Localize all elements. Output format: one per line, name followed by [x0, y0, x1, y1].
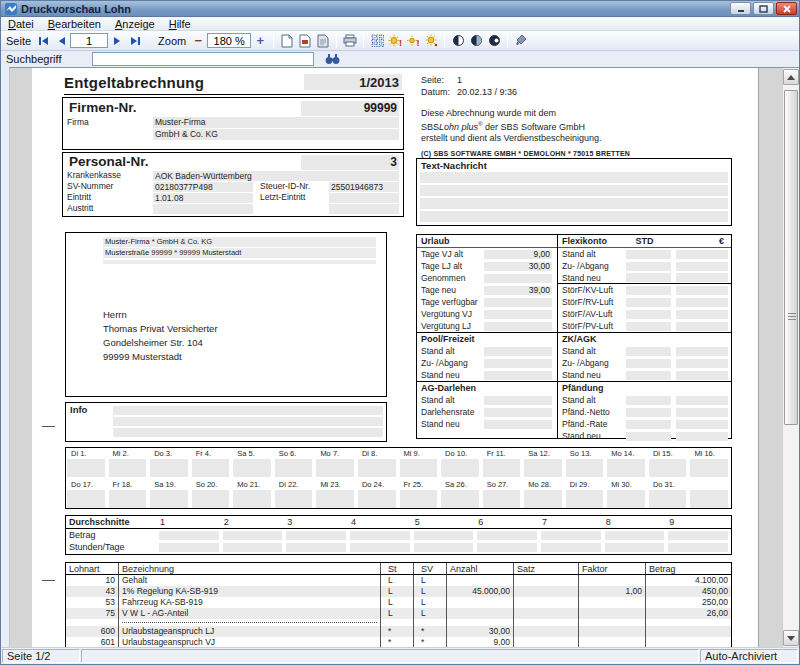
firm-name-2: GmbH & Co. KG — [153, 129, 399, 140]
minimize-button[interactable] — [730, 2, 751, 15]
sv-number-label: SV-Nummer — [67, 181, 153, 192]
brightness-down-icon — [424, 34, 438, 47]
last-page-button[interactable] — [126, 32, 144, 49]
calendar-day-cell: So 20. — [191, 479, 233, 510]
doc-period: 1/2013 — [304, 74, 402, 90]
color-fill-button[interactable] — [512, 32, 530, 49]
wage-table-header: Lohnart Bezeichnung St SV Anzahl Satz Fa… — [66, 563, 731, 575]
scroll-down-button[interactable] — [783, 630, 799, 646]
zoom-out-icon: − — [194, 34, 202, 47]
thumbnails-button[interactable] — [368, 32, 386, 49]
contrast-increase-button[interactable] — [449, 32, 467, 49]
previous-page-button[interactable] — [52, 32, 70, 49]
export-text-button[interactable] — [314, 32, 332, 49]
urlaub-row: Tage verfügbar — [417, 296, 557, 308]
vertical-scrollbar[interactable] — [782, 68, 799, 647]
zk-agk-row: Stand alt — [558, 345, 731, 357]
scroll-up-button[interactable] — [783, 69, 799, 85]
darlehen-title: AG-Darlehen — [421, 382, 553, 394]
brightness-reset-button[interactable]: ! — [404, 32, 422, 49]
calendar-day-cell — [689, 479, 731, 510]
wage-table-row: 600 Urlaubstageanspruch LJ * * 30,00 — [66, 626, 731, 637]
contrast-up-icon — [452, 34, 465, 47]
recipient-line: Gondelsheimer Str. 104 — [103, 336, 386, 350]
zoom-out-button[interactable]: − — [189, 32, 207, 49]
calendar-day-cell: Mi 9. — [399, 448, 441, 479]
search-input[interactable] — [92, 52, 314, 66]
flexikonto-row: StörF/PV-Luft — [558, 320, 731, 332]
pfaendung-row: Pfänd.-Rate — [558, 418, 731, 430]
averages-title: Durchschnitte — [66, 516, 158, 529]
urlaub-row: Tage neu39,00 — [417, 284, 557, 296]
maximize-icon — [759, 5, 768, 13]
flexikonto-row: StörF/AV-Luft — [558, 308, 731, 320]
calendar-day-cell: Mo 14. — [606, 448, 648, 479]
page-number-input[interactable] — [70, 33, 108, 48]
menu-item[interactable]: Anzeige — [108, 17, 162, 31]
recipient-address: HerrnThomas Privat VersicherterGondelshe… — [103, 308, 386, 364]
find-button[interactable] — [323, 52, 341, 67]
meta-page-label: Seite: — [421, 74, 457, 86]
flexikonto-row: StörF/KV-Luft — [558, 284, 731, 296]
pool-row: Stand neu — [417, 369, 557, 381]
personal-number-label: Personal-Nr. — [69, 154, 301, 169]
calendar-day-cell: Fr 25. — [399, 479, 441, 510]
menu-bar: Datei Bearbeiten Anzeige Hilfe — [1, 17, 799, 31]
menu-item[interactable]: Datei — [1, 17, 41, 31]
brightness-up-icon: ! — [388, 34, 402, 47]
svg-text:!: ! — [417, 38, 420, 47]
search-bar: Suchbegriff — [1, 51, 799, 67]
wage-table-row: 53 Fahrzeug KA-SB-919 L L 250,00 — [66, 597, 731, 608]
zoom-in-button[interactable]: + — [251, 32, 269, 49]
address-box: Muster-Firma * GmbH & Co. KG Musterstraß… — [65, 232, 387, 397]
urlaub-row: Tage LJ alt30,00 — [417, 260, 557, 272]
firm-name-1: Muster-Firma — [153, 117, 399, 128]
recipient-line: Herrn — [103, 308, 386, 322]
zk-agk-row: Stand neu — [558, 369, 731, 381]
status-spacer — [81, 649, 699, 663]
menu-item[interactable]: Hilfe — [162, 17, 198, 31]
contrast-reset-button[interactable] — [467, 32, 485, 49]
eintritt-label: Eintritt — [67, 192, 153, 203]
personal-number-value: 3 — [301, 155, 399, 170]
wage-table-row — [66, 619, 731, 626]
zoom-input[interactable] — [207, 33, 251, 48]
first-page-button[interactable] — [34, 32, 52, 49]
contrast-decrease-button[interactable] — [485, 32, 503, 49]
eintritt-value: 1.01.08 — [153, 193, 253, 203]
sender-line-2: Musterstraße 99999 * 99999 Musterstadt — [103, 248, 376, 258]
calendar-day-cell: Mo 21. — [232, 479, 274, 510]
export-document-button[interactable] — [278, 32, 296, 49]
print-button[interactable] — [341, 32, 359, 49]
pfaendung-row: Pfänd.-Netto — [558, 406, 731, 418]
letzt-eintritt-label: Letzt-Eintritt — [253, 192, 329, 203]
urlaub-row: Vergütung VJ — [417, 308, 557, 320]
calendar-day-cell: Di 1. — [66, 448, 108, 479]
arrow-up-icon — [787, 75, 795, 80]
firm-number-value: 99999 — [301, 101, 399, 116]
menu-item[interactable]: Bearbeiten — [41, 17, 108, 31]
first-page-icon — [38, 36, 49, 46]
flexikonto-row: StörF/RV-Luft — [558, 296, 731, 308]
search-label: Suchbegriff — [6, 53, 61, 65]
next-page-icon — [113, 36, 122, 46]
krankenkasse-label: Krankenkasse — [67, 170, 153, 181]
next-page-button[interactable] — [108, 32, 126, 49]
darlehen-row: Stand neu — [417, 418, 557, 430]
document-page: Entgeltabrechnung 1/2013 Firmen-Nr. 9999… — [32, 68, 759, 647]
title-bar[interactable]: Druckvorschau Lohn — [1, 1, 799, 17]
urlaub-row: Vergütung LJ — [417, 320, 557, 332]
close-button[interactable] — [776, 2, 797, 15]
brightness-increase-button[interactable]: ! — [386, 32, 404, 49]
darlehen-row: Darlehensrate — [417, 406, 557, 418]
calendar-day-cell: Mi 16. — [689, 448, 731, 479]
doc-title: Entgeltabrechnung — [64, 74, 204, 91]
maximize-button[interactable] — [753, 2, 774, 15]
export-pdf-button[interactable] — [296, 32, 314, 49]
scrollbar-thumb[interactable] — [784, 90, 798, 425]
steuer-id-value: 25501946873 — [329, 182, 399, 192]
arrow-down-icon — [787, 636, 795, 641]
pool-title: Pool/Freizeit — [421, 333, 553, 345]
brightness-decrease-button[interactable] — [422, 32, 440, 49]
info-box: Info — [65, 402, 387, 442]
